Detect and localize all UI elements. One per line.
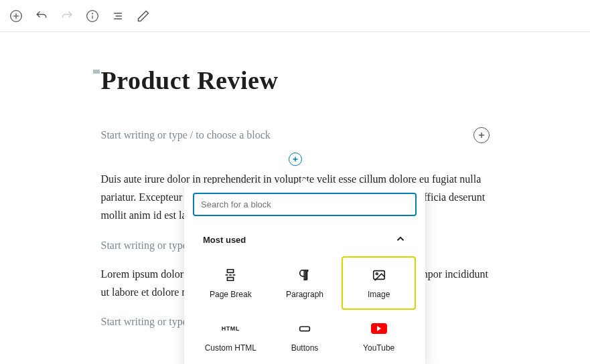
block-item-custom-html[interactable]: HTML Custom HTML xyxy=(194,310,268,363)
section-title: Most used xyxy=(203,235,246,245)
block-grid: Page Break Paragraph Image HTML Custom H… xyxy=(184,254,425,364)
buttons-icon xyxy=(297,321,313,337)
svg-rect-21 xyxy=(300,327,310,331)
block-label: Paragraph xyxy=(286,290,323,299)
image-icon xyxy=(371,267,387,283)
block-item-buttons[interactable]: Buttons xyxy=(268,310,342,363)
youtube-icon xyxy=(371,321,387,337)
block-label: Buttons xyxy=(291,343,319,353)
empty-block-placeholder[interactable]: Start writing or type / to choose a bloc… xyxy=(101,127,490,143)
search-wrap xyxy=(184,184,425,225)
block-item-youtube[interactable]: YouTube xyxy=(342,310,416,363)
inserter-toggle-button[interactable] xyxy=(289,153,302,166)
paragraph-icon xyxy=(297,267,313,283)
add-block-button[interactable] xyxy=(8,8,24,24)
chevron-up-icon xyxy=(394,233,407,247)
edit-button[interactable] xyxy=(135,8,151,24)
section-header-most-used[interactable]: Most used xyxy=(184,225,425,254)
block-label: YouTube xyxy=(363,343,394,353)
outline-button[interactable] xyxy=(110,8,126,24)
placeholder-text: Start writing or type / to choose a bloc… xyxy=(101,129,271,141)
block-inserter-popover: Most used Page Break Paragraph Image HTM xyxy=(184,184,425,364)
editor-toolbar xyxy=(0,0,590,32)
page-title[interactable]: Product Review xyxy=(101,66,490,95)
svg-point-5 xyxy=(92,13,93,13)
undo-button[interactable] xyxy=(33,8,50,24)
info-button[interactable] xyxy=(84,8,100,24)
block-label: Page Break xyxy=(210,290,252,299)
block-label: Custom HTML xyxy=(205,343,256,353)
svg-point-20 xyxy=(376,273,378,275)
block-item-paragraph[interactable]: Paragraph xyxy=(268,256,342,310)
block-item-page-break[interactable]: Page Break xyxy=(194,256,268,310)
html-icon: HTML xyxy=(222,321,238,337)
drag-handle-icon[interactable] xyxy=(93,70,100,74)
block-item-image[interactable]: Image xyxy=(342,256,416,310)
block-label: Image xyxy=(368,290,390,299)
inline-add-button[interactable] xyxy=(473,127,490,143)
block-search-input[interactable] xyxy=(194,193,416,215)
page-break-icon xyxy=(222,267,238,283)
redo-button[interactable] xyxy=(59,8,75,24)
inserter-trigger-row xyxy=(101,153,490,166)
